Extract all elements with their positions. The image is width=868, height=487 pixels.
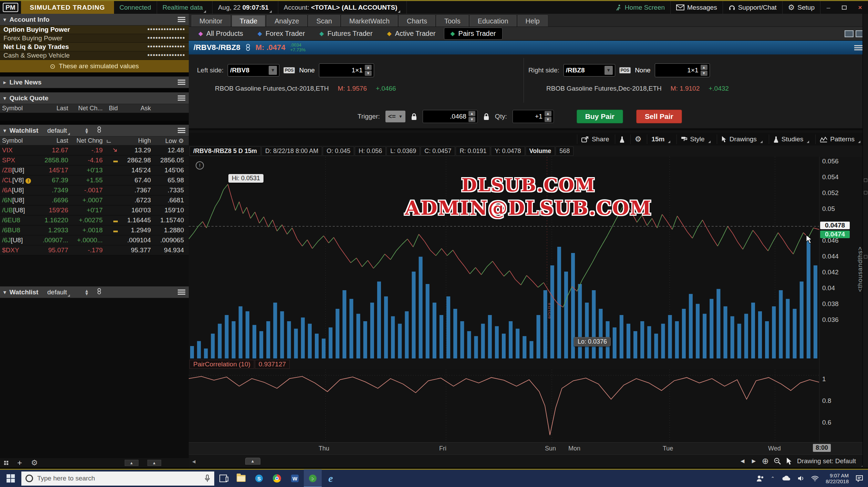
quick-quote-empty-row[interactable]	[0, 113, 189, 121]
table-row[interactable]: /UB[U8]159'26+0'17160'03159'10	[0, 205, 189, 215]
tab-monitor[interactable]: Monitor	[192, 15, 230, 27]
edge-button[interactable]	[864, 191, 867, 194]
pan-left-icon[interactable]: ◄	[739, 457, 746, 465]
product-tab-futures-trader[interactable]: ◆Futures Trader	[313, 28, 379, 39]
gear-icon[interactable]: ⚙	[31, 458, 38, 467]
watchlist2-name-dropdown[interactable]: default	[47, 288, 67, 296]
panel-collapse-button[interactable]: ▲	[125, 460, 138, 466]
patterns-dropdown[interactable]: Patterns	[815, 134, 865, 144]
zoom-icon[interactable]	[774, 457, 781, 465]
account-info-row[interactable]: Cash & Sweep Vehicle**************	[0, 51, 189, 60]
product-tab-all-products[interactable]: ◆All Products	[192, 28, 249, 39]
column-header[interactable]: Last	[41, 137, 70, 144]
onedrive-icon[interactable]	[782, 476, 790, 481]
table-row[interactable]: /CL[V8]!67.39+1.5567.4065.98	[0, 175, 189, 185]
network-icon[interactable]	[811, 476, 819, 481]
scroll-left-icon[interactable]: ◂	[192, 457, 196, 465]
minimize-button[interactable]: –	[820, 1, 836, 14]
thinkorswim-button[interactable]: ჻	[304, 469, 322, 487]
style-dropdown[interactable]: Style	[676, 134, 715, 144]
interval-dropdown[interactable]: 15m	[647, 134, 675, 144]
column-header[interactable]: Symbol	[0, 105, 41, 112]
account-info-row[interactable]: Option Buying Power**************	[0, 26, 189, 34]
messages-button[interactable]: Messages	[671, 1, 723, 14]
edge-button[interactable]	[864, 179, 867, 182]
column-header[interactable]: High	[120, 137, 153, 144]
product-tab-active-trader[interactable]: ◆Active Trader	[381, 28, 442, 39]
tab-analyze[interactable]: Analyze	[267, 15, 307, 27]
cursor-tool-icon[interactable]	[786, 457, 792, 465]
column-header[interactable]: Net Chng	[70, 137, 105, 144]
panel-menu-icon[interactable]	[178, 95, 185, 101]
quick-quote-header[interactable]: ▾ Quick Quote	[0, 92, 189, 104]
live-news-header[interactable]: ▸ Live News	[0, 77, 189, 88]
tab-charts[interactable]: Charts	[399, 15, 435, 27]
mic-icon[interactable]	[205, 474, 210, 483]
tab-education[interactable]: Education	[470, 15, 516, 27]
account-info-row[interactable]: Net Liq & Day Trades**************	[0, 43, 189, 51]
watchlist2-header[interactable]: ▾ Watchlist default ▲▼	[0, 286, 189, 298]
clock[interactable]: Aug, 22 09:07:51	[213, 1, 278, 14]
trigger-operator-select[interactable]: <=▼	[385, 111, 405, 122]
column-header[interactable]: Symbol	[0, 137, 41, 144]
data-status[interactable]: Realtime data	[157, 1, 213, 14]
watchlist-name-dropdown[interactable]: default	[47, 127, 67, 134]
panel-menu-icon[interactable]	[854, 45, 863, 50]
people-icon[interactable]	[756, 475, 764, 482]
skype-button[interactable]: S	[250, 469, 268, 487]
quick-study-button[interactable]	[615, 134, 629, 144]
left-symbol-dropdown[interactable]: /RBV8▼	[228, 64, 279, 77]
trigger-price-input[interactable]: .0468 ▲▼	[423, 110, 478, 123]
chart-settings-button[interactable]: ⚙	[630, 134, 646, 144]
drawing-set-dropdown[interactable]: Drawing set: Default	[797, 457, 856, 465]
link-icon[interactable]	[96, 126, 102, 135]
sell-pair-button[interactable]: Sell Pair	[636, 110, 682, 123]
study-name[interactable]: PairCorrelation (10)	[189, 360, 254, 369]
tray-clock[interactable]: 9:07 AM8/22/2018	[826, 473, 849, 484]
link-icon[interactable]	[96, 288, 102, 296]
quantity-input[interactable]: +1 ▲▼	[513, 110, 554, 123]
chain-link-icon[interactable]	[245, 43, 251, 52]
setup-button[interactable]: ⚙ Setup	[783, 1, 820, 14]
action-center-icon[interactable]	[856, 475, 863, 482]
sort-buttons[interactable]: ▲▼	[84, 289, 89, 295]
tab-marketwatch[interactable]: MarketWatch	[341, 15, 397, 27]
taskbar-search-input[interactable]: Type here to search	[21, 471, 214, 486]
drawings-dropdown[interactable]: Drawings	[717, 134, 767, 144]
column-header[interactable]: Bid	[105, 105, 120, 112]
word-button[interactable]: W	[286, 469, 304, 487]
crosshair-target-icon[interactable]: ⊕	[762, 456, 769, 466]
column-header[interactable]: Ask	[120, 105, 153, 112]
volume-icon[interactable]	[797, 475, 804, 481]
grid-icon[interactable]	[4, 461, 8, 465]
panel-collapse-button[interactable]: ▲	[147, 460, 161, 466]
left-ratio-input[interactable]: 1×1 ▲▼	[319, 63, 374, 77]
column-header[interactable]: Low ⚙	[153, 137, 186, 145]
table-row[interactable]: SPX2858.80-4.162862.982856.05	[0, 155, 189, 165]
table-row[interactable]: $DXY95.077-.17995.37794.934	[0, 245, 189, 255]
product-tab-forex-trader[interactable]: ◆Forex Trader	[251, 28, 311, 39]
edge-button[interactable]	[864, 255, 867, 258]
correlation-chart[interactable]	[189, 369, 819, 442]
tab-tools[interactable]: Tools	[436, 15, 468, 27]
add-gadget-button[interactable]: +	[17, 458, 22, 468]
price-axis[interactable]: 0.0560.0540.0520.050.0460.0440.0420.040.…	[819, 157, 868, 442]
stepper-buttons[interactable]: ▲▼	[545, 111, 551, 122]
tray-expand-icon[interactable]: ⌃	[771, 476, 775, 481]
panel-menu-icon[interactable]	[178, 17, 185, 22]
table-row[interactable]: /6EU81.16220+.002751.164451.15740	[0, 215, 189, 225]
right-symbol-dropdown[interactable]: /RBZ8▼	[564, 64, 615, 77]
internet-explorer-button[interactable]: e	[322, 469, 340, 487]
table-row[interactable]: VIX12.67-.1913.2912.48	[0, 145, 189, 155]
account-info-row[interactable]: Forex Buying Power**************	[0, 34, 189, 43]
tab-scan[interactable]: Scan	[308, 15, 340, 27]
account-selector[interactable]: Account: <TOTAL> (ALL ACCOUNTS)	[278, 1, 407, 14]
column-header[interactable]	[105, 137, 120, 144]
pan-right-icon[interactable]: ►	[751, 457, 757, 465]
tab-help[interactable]: Help	[518, 15, 548, 27]
account-info-header[interactable]: ▾ Account Info	[0, 14, 189, 26]
restore-button[interactable]	[836, 1, 852, 14]
stepper-buttons[interactable]: ▲▼	[468, 111, 475, 122]
home-screen-button[interactable]: Home Screen	[610, 1, 671, 14]
panel-menu-icon[interactable]	[178, 128, 185, 133]
